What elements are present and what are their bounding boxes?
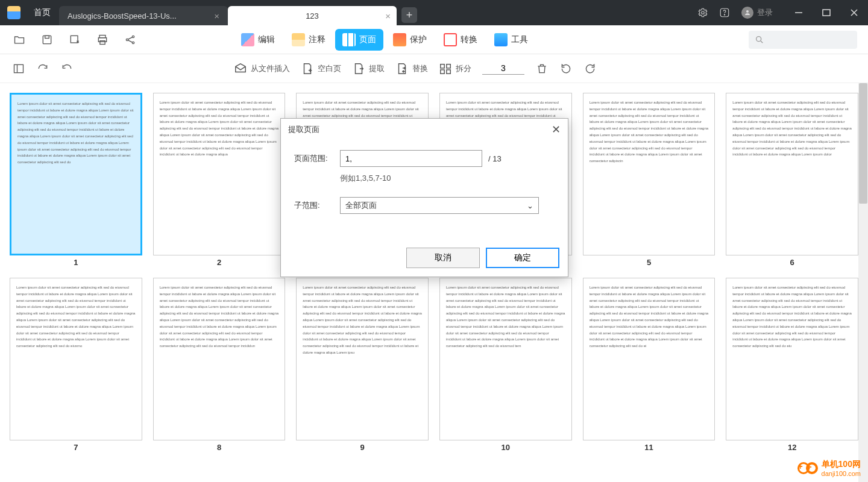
dialog-titlebar: 提取页面 ✕ (281, 119, 568, 140)
page-thumbnail[interactable]: Lorem ipsum dolor sit amet consectetur a… (583, 278, 715, 452)
tab-active[interactable]: 123 × (228, 6, 397, 25)
save-icon[interactable] (39, 31, 55, 48)
subrange-select[interactable]: 全部页面 ⌄ (340, 197, 539, 214)
close-button[interactable] (840, 0, 868, 25)
tab-inactive[interactable]: Auslogics-BoostSpeed-13-Us... × (59, 6, 228, 25)
button-label: 空白页 (318, 63, 341, 74)
search-icon (755, 35, 764, 45)
mode-tools[interactable]: 工具 (487, 29, 535, 51)
mode-protect[interactable]: 保护 (386, 29, 434, 51)
new-tab-button[interactable]: + (401, 7, 417, 23)
page-total: / 13 (488, 154, 502, 163)
ok-button[interactable]: 确定 (486, 248, 559, 268)
mode-label: 注释 (309, 34, 326, 45)
svg-rect-8 (43, 36, 51, 43)
button-label: 替换 (412, 63, 428, 74)
blank-page-button[interactable]: 空白页 (301, 62, 341, 75)
svg-point-16 (132, 42, 134, 43)
page-thumbnail[interactable]: Lorem ipsum dolor sit amet consectetur a… (153, 93, 286, 267)
svg-line-20 (761, 41, 763, 43)
help-icon[interactable] (717, 5, 732, 20)
close-icon[interactable]: × (385, 11, 391, 21)
thumbnail-number: 6 (790, 258, 794, 267)
mode-convert[interactable]: 转换 (436, 29, 485, 51)
page-thumbnail[interactable]: Lorem ipsum dolor sit amet consectetur a… (10, 278, 142, 452)
svg-rect-28 (447, 69, 450, 73)
extract-button[interactable]: 提取 (352, 62, 385, 75)
convert-icon (444, 33, 457, 46)
panel-toggle-button[interactable] (12, 62, 25, 75)
mode-edit[interactable]: 编辑 (234, 29, 282, 51)
avatar-icon (741, 7, 753, 19)
mode-label: 编辑 (258, 34, 275, 45)
scrollbar[interactable] (858, 83, 868, 482)
app-icon (7, 6, 20, 19)
split-button[interactable]: 拆分 (439, 62, 471, 75)
svg-point-2 (724, 14, 725, 15)
save-as-icon[interactable] (66, 31, 83, 48)
open-icon[interactable] (11, 31, 28, 48)
undo-button[interactable] (60, 62, 74, 75)
tools-icon (494, 33, 508, 46)
mode-label: 保护 (410, 34, 427, 45)
home-button[interactable]: 首页 (25, 7, 59, 18)
page-thumbnail[interactable]: Lorem ipsum dolor sit amet consectetur a… (296, 278, 429, 452)
page-thumbnail[interactable]: Lorem ipsum dolor sit amet consectetur a… (583, 93, 715, 267)
titlebar: 首页 Auslogics-BoostSpeed-13-Us... × 123 ×… (0, 0, 868, 25)
button-label: 从文件插入 (251, 63, 290, 74)
tab-label: 123 (306, 11, 319, 20)
rotate-left-button[interactable] (559, 62, 573, 75)
dialog-title: 提取页面 (288, 124, 319, 135)
chevron-down-icon: ⌄ (527, 201, 533, 210)
gear-icon[interactable] (696, 5, 710, 20)
close-icon[interactable]: ✕ (552, 123, 561, 136)
insert-from-file-button[interactable]: 从文件插入 (234, 62, 290, 75)
watermark: 单机100网 danji100.com (797, 459, 861, 477)
redo-button[interactable] (36, 62, 49, 75)
svg-point-0 (702, 11, 705, 14)
page-thumbnail[interactable]: Lorem ipsum dolor sit amet consectetur a… (10, 93, 142, 267)
page-thumbnail[interactable]: Lorem ipsum dolor sit amet consectetur a… (153, 278, 286, 452)
svg-rect-25 (441, 64, 444, 67)
mode-page[interactable]: 页面 (335, 29, 383, 51)
comment-icon (292, 33, 305, 46)
mode-comment[interactable]: 注释 (285, 29, 333, 51)
thumbnail-number: 8 (217, 443, 221, 452)
print-icon[interactable] (94, 31, 111, 48)
replace-button[interactable]: 替换 (395, 62, 428, 75)
mode-label: 转换 (461, 34, 477, 45)
button-label: 拆分 (456, 63, 471, 74)
minimize-button[interactable] (785, 0, 813, 25)
thumbnail-number: 2 (217, 258, 221, 267)
login-label: 登录 (757, 7, 773, 18)
thumbnail-number: 1 (74, 258, 78, 267)
main-toolbar: 编辑 注释 页面 保护 转换 工具 (0, 25, 868, 54)
thumbnail-number: 7 (74, 443, 78, 452)
scrollbar-thumb[interactable] (859, 83, 867, 204)
login-button[interactable]: 登录 (741, 7, 773, 19)
page-number-input[interactable] (482, 62, 524, 75)
protect-icon (393, 33, 406, 46)
close-icon[interactable]: × (214, 11, 219, 21)
delete-button[interactable] (535, 62, 549, 75)
svg-rect-5 (823, 10, 830, 16)
svg-point-3 (746, 10, 749, 13)
cancel-button[interactable]: 取消 (406, 248, 480, 268)
page-thumbnail[interactable]: Lorem ipsum dolor sit amet consectetur a… (439, 278, 572, 452)
page-thumbnail[interactable]: Lorem ipsum dolor sit amet consectetur a… (726, 93, 858, 267)
rotate-right-button[interactable] (583, 62, 597, 75)
thumbnail-number: 10 (502, 443, 510, 452)
edit-icon (241, 33, 254, 46)
subrange-label: 子范围: (294, 200, 340, 211)
maximize-button[interactable] (813, 0, 840, 25)
share-icon[interactable] (122, 31, 139, 48)
thumbnail-number: 12 (788, 443, 796, 452)
page-thumbnail[interactable]: Lorem ipsum dolor sit amet consectetur a… (726, 278, 858, 452)
svg-point-19 (756, 36, 761, 41)
tab-label: Auslogics-BoostSpeed-13-Us... (68, 11, 177, 20)
svg-point-15 (132, 36, 134, 37)
range-input[interactable] (340, 150, 482, 167)
search-input[interactable] (749, 31, 857, 49)
mode-label: 工具 (511, 34, 528, 45)
select-value: 全部页面 (345, 200, 377, 211)
